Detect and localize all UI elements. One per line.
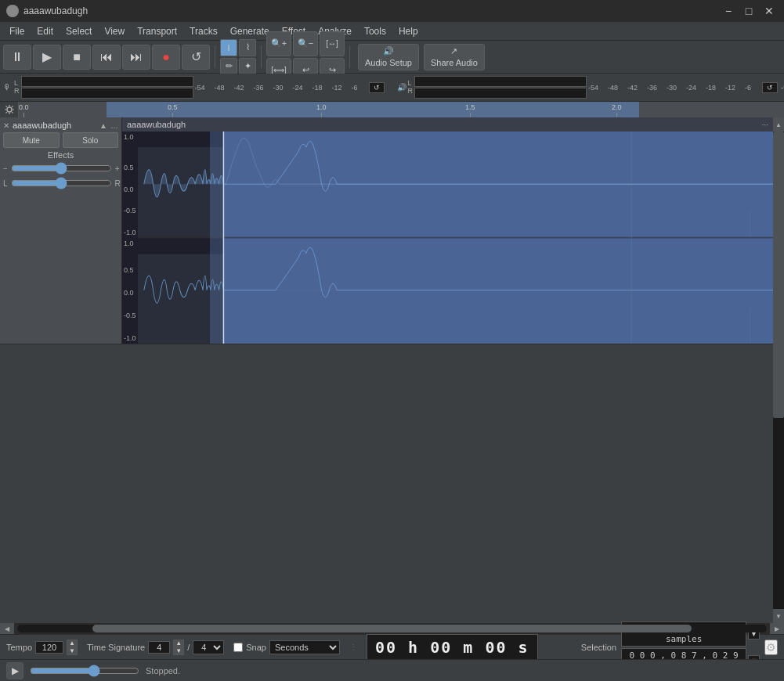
- menu-item-transport[interactable]: Transport: [131, 24, 183, 38]
- share-audio-button[interactable]: ↗ Share Audio: [424, 44, 485, 70]
- main-content: 0.0 0.5 1.0 1.5 2.0: [0, 102, 784, 634]
- playback-meter-scale-l: [414, 76, 587, 87]
- gain-max-label: +: [115, 164, 120, 173]
- audio-actions: 🔊 Audio Setup ↗ Share Audio: [358, 44, 485, 70]
- menu-item-file[interactable]: File: [3, 24, 31, 38]
- track-waveform[interactable]: aaaawubadugh ··· 1.0 0.5 0.0 -0.5: [122, 117, 773, 344]
- ruler-gear[interactable]: [0, 102, 19, 117]
- ruler-tick-0: 0.0: [19, 103, 29, 117]
- skip-back-button[interactable]: ⏮: [92, 45, 121, 70]
- transport-group: ⏸ ▶ ■ ⏮ ⏭ ● ↺: [3, 45, 210, 70]
- empty-track-area: [0, 344, 773, 623]
- menu-item-help[interactable]: Help: [392, 24, 425, 38]
- track-menu-icon[interactable]: …: [110, 121, 118, 130]
- track-header: ✕ aaaawubadugh ▲ …: [3, 121, 118, 130]
- scrollbar-track: [17, 625, 767, 632]
- tempo-down[interactable]: ▼: [67, 647, 78, 655]
- toolbar-sep-1: [215, 46, 215, 68]
- title-bar-title: aaaawubadugh: [23, 5, 88, 16]
- ruler-scale: 0.0 0.5 1.0 1.5 2.0: [19, 102, 784, 117]
- menu-item-view[interactable]: View: [98, 24, 131, 38]
- ruler-tick-10: 1.0: [316, 103, 327, 117]
- gain-slider-row: − +: [3, 162, 118, 175]
- close-button[interactable]: ✕: [761, 2, 778, 20]
- scroll-thumb[interactable]: [773, 132, 784, 418]
- skip-forward-button[interactable]: ⏭: [122, 45, 150, 70]
- selection-label: Selection: [581, 643, 616, 652]
- scroll-left-button[interactable]: ◀: [0, 623, 14, 634]
- collapse-icon[interactable]: ▲: [99, 121, 107, 130]
- bottom-bar: Tempo 120 ▲ ▼ Time Signature ▲ ▼ / 4 2 8…: [0, 634, 784, 659]
- time-sig-num-up[interactable]: ▲: [173, 640, 184, 647]
- maximize-button[interactable]: □: [740, 2, 757, 20]
- pan-slider[interactable]: [11, 177, 112, 189]
- track-close-button[interactable]: ✕: [3, 121, 9, 130]
- zoom-in-button[interactable]: 🔍+: [266, 31, 291, 56]
- meter-bar: 🎙 L R -54 -48 -42 -36 -30 -24 -18 -12 -6…: [0, 74, 784, 102]
- minimize-button[interactable]: −: [720, 2, 737, 20]
- selection-settings-button[interactable]: ⚙: [764, 640, 778, 655]
- stop-button[interactable]: ■: [63, 45, 91, 70]
- pause-button[interactable]: ⏸: [3, 45, 31, 70]
- effects-label: Effects: [3, 150, 118, 160]
- tempo-up[interactable]: ▲: [67, 640, 78, 647]
- scroll-track: [773, 132, 784, 609]
- loop-button[interactable]: ↺: [182, 45, 210, 70]
- tempo-group: Tempo 120 ▲ ▼: [6, 640, 78, 655]
- time-sig-denom-select[interactable]: 4 2 8 16: [193, 640, 224, 654]
- zoom-fit-selection[interactable]: [↔]: [320, 31, 345, 56]
- record-meter: 🎙 L R -54 -48 -42 -36 -30 -24 -18 -12 -6…: [3, 76, 385, 99]
- select-tool[interactable]: I: [220, 39, 237, 56]
- share-audio-label: Share Audio: [431, 58, 478, 67]
- scrollbar-thumb[interactable]: [92, 625, 692, 632]
- playback-meter-peak: ↺: [762, 82, 778, 93]
- mute-button[interactable]: Mute: [3, 132, 60, 148]
- track-buttons: Mute Solo: [3, 132, 118, 148]
- tempo-input[interactable]: 120: [35, 641, 63, 654]
- multi-tool[interactable]: ✦: [239, 58, 256, 75]
- vertical-scrollbar[interactable]: ▲ ▼: [773, 117, 784, 623]
- gain-min-label: −: [3, 164, 8, 173]
- envelope-tool[interactable]: ⌇: [239, 39, 256, 56]
- time-sig-num-down[interactable]: ▼: [173, 647, 184, 655]
- toolbar-area: ⏸ ▶ ■ ⏮ ⏭ ● ↺ I ⌇ ✏ ✦ 🔍+ 🔍− [↔] [⟺] ↩ ↪: [0, 41, 784, 74]
- time-sig-group: Time Signature ▲ ▼ / 4 2 8 16: [87, 640, 224, 655]
- audio-setup-label: Audio Setup: [365, 58, 412, 67]
- ruler-tick-05: 0.5: [168, 103, 178, 117]
- y-axis-bottom: 1.0 0.5 0.0 -0.5 -1.0: [122, 238, 138, 344]
- zoom-out-button[interactable]: 🔍−: [293, 31, 318, 56]
- gain-slider[interactable]: [11, 162, 112, 175]
- playback-meter: 🔊 L R -54 -48 -42 -36 -30 -24 -18 -12 -6…: [397, 76, 785, 99]
- track-row: ✕ aaaawubadugh ▲ … Mute Solo Effects −: [0, 117, 773, 344]
- pencil-tool[interactable]: ✏: [220, 58, 237, 75]
- toolbar-sep-2: [261, 46, 262, 68]
- menu-item-edit[interactable]: Edit: [31, 24, 60, 38]
- mic-icon: 🎙: [3, 83, 13, 92]
- playback-db-value: -6: [781, 83, 784, 92]
- svg-rect-6: [138, 147, 223, 236]
- waveform-header: aaaawubadugh ···: [122, 117, 773, 132]
- menu-item-tools[interactable]: Tools: [358, 24, 392, 38]
- playback-l-label: L: [408, 80, 414, 87]
- volume-slider[interactable]: [30, 665, 139, 677]
- menu-item-tracks[interactable]: Tracks: [183, 24, 224, 38]
- zoom-row-1: 🔍+ 🔍− [↔]: [266, 31, 345, 56]
- menu-item-select[interactable]: Select: [60, 24, 98, 38]
- pan-l-label: L: [3, 179, 8, 188]
- waveform-menu-icon[interactable]: ···: [762, 121, 768, 129]
- status-text: Stopped.: [146, 666, 180, 676]
- snap-unit-select[interactable]: Seconds Beats Bars: [269, 640, 340, 654]
- solo-button[interactable]: Solo: [63, 132, 119, 148]
- audio-setup-button[interactable]: 🔊 Audio Setup: [358, 44, 419, 70]
- snap-checkbox[interactable]: [233, 643, 243, 652]
- scroll-up-button[interactable]: ▲: [773, 117, 784, 132]
- status-play-button[interactable]: ▶: [6, 662, 23, 679]
- svg-point-0: [7, 107, 12, 112]
- time-sig-num-input[interactable]: [148, 641, 170, 654]
- waveform-canvas[interactable]: 1.0 0.5 0.0 -0.5 -1.0 1.0 0.5 0.0: [122, 132, 773, 344]
- track-list: ✕ aaaawubadugh ▲ … Mute Solo Effects −: [0, 117, 773, 623]
- toolbar-sep-3: [349, 46, 350, 68]
- time-display: 00 h 00 m 00 s: [367, 634, 538, 661]
- play-button[interactable]: ▶: [33, 45, 61, 70]
- record-button[interactable]: ●: [152, 45, 180, 70]
